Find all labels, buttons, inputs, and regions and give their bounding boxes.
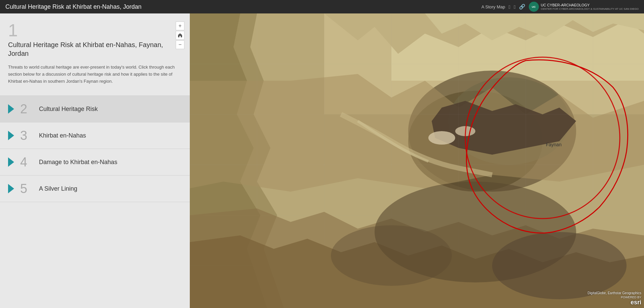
home-icon xyxy=(178,33,182,38)
nav-arrow-5 xyxy=(8,184,14,193)
zoom-in-button[interactable]: + xyxy=(176,22,184,30)
nav-num-4: 4 xyxy=(20,156,34,168)
esri-text: esri xyxy=(631,299,641,306)
nav-label-5: A Silver Lining xyxy=(39,185,77,192)
nav-arrow-4 xyxy=(8,157,14,167)
uc-logo-text: UC CYBER-ARCHAEOLOGY CENTER FOR CYBER-AR… xyxy=(541,3,639,11)
nav-num-5: 5 xyxy=(20,182,34,195)
map-area[interactable]: Faynan DigitalGlobe, Earthstar Geographi… xyxy=(190,13,644,308)
uc-circle-logo: UC xyxy=(529,2,539,12)
nav-item-3[interactable]: 3 Khirbat en-Nahas xyxy=(0,122,190,149)
nav-label-4: Damage to Khirbat en-Nahas xyxy=(39,159,117,166)
section-1-title: Cultural Heritage Risk at Khirbat en-Nah… xyxy=(8,40,182,58)
nav-label-2: Cultural Heritage Risk xyxy=(39,106,98,113)
map-attribution: DigitalGlobe, Earthstar Geographics POWE… xyxy=(588,291,641,306)
svg-point-26 xyxy=(492,232,627,299)
nav-arrow-2 xyxy=(8,104,14,114)
section-1: 1 Cultural Heritage Risk at Khirbat en-N… xyxy=(0,13,190,96)
nav-item-5[interactable]: 5 A Silver Lining xyxy=(0,176,190,202)
nav-label-3: Khirbat en-Nahas xyxy=(39,132,86,139)
svg-point-27 xyxy=(331,225,452,286)
nav-arrow-3 xyxy=(8,131,14,140)
section-1-number: 1 xyxy=(8,22,182,39)
app-header: Cultural Heritage Risk at Khirbat en-Nah… xyxy=(0,0,644,13)
nav-item-2[interactable]: 2 Cultural Heritage Risk xyxy=(0,96,190,122)
page-title: Cultural Heritage Risk at Khirbat en-Nah… xyxy=(5,3,141,10)
story-map-label: A Story Map xyxy=(481,4,505,9)
uc-logo: UC UC CYBER-ARCHAEOLOGY CENTER FOR CYBER… xyxy=(529,2,639,12)
header-right: A Story Map   🔗 UC UC CYBER-ARCHAEOLOG… xyxy=(481,2,639,12)
powered-by-label: POWERED BY xyxy=(621,296,641,299)
nav-num-3: 3 xyxy=(20,129,34,142)
map-controls: + − xyxy=(176,22,184,49)
zoom-out-button[interactable]: − xyxy=(176,40,184,49)
nav-item-4[interactable]: 4 Damage to Khirbat en-Nahas xyxy=(0,149,190,176)
facebook-icon[interactable]:  xyxy=(509,4,510,10)
svg-point-28 xyxy=(428,131,455,145)
map-svg: Faynan xyxy=(190,13,644,308)
nav-num-2: 2 xyxy=(20,103,34,115)
share-icon[interactable]: 🔗 xyxy=(519,4,525,10)
sidebar: + − 1 Cultural Heritage Risk at Khirbat … xyxy=(0,13,190,308)
faynan-label: Faynan xyxy=(546,142,562,147)
section-1-description: Threats to world cultural heritage are e… xyxy=(8,64,182,85)
twitter-icon[interactable]:  xyxy=(514,4,515,10)
home-button[interactable] xyxy=(176,31,184,40)
esri-logo: POWERED BY esri xyxy=(588,296,641,306)
main-content: + − 1 Cultural Heritage Risk at Khirbat … xyxy=(0,13,644,308)
